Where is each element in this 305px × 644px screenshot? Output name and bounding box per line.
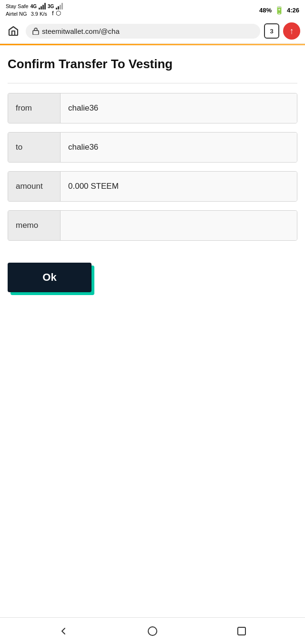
network-3g: 3G (48, 3, 54, 10)
time-display: 4:26 (287, 7, 299, 14)
back-button[interactable] (57, 624, 70, 638)
browser-bar: steemitwallet.com/@cha 3 ↑ (0, 20, 305, 44)
facebook-icon: f (52, 10, 54, 18)
from-label: from (8, 93, 61, 123)
amount-label: amount (8, 172, 61, 201)
to-label: to (8, 133, 61, 162)
tab-count-badge[interactable]: 3 (264, 23, 279, 39)
from-row: from chalie36 (8, 93, 297, 123)
bottom-nav (0, 617, 305, 644)
signal-icon-2 (56, 3, 63, 10)
home-nav-button[interactable] (146, 624, 159, 638)
memo-value (61, 211, 297, 240)
url-text: steemitwallet.com/@cha (42, 27, 120, 35)
status-bar: Stay Safe 4G 3G Airtel NG 3.9 K/s f (0, 0, 305, 20)
ok-button-wrapper: Ok (8, 263, 92, 292)
from-value: chalie36 (61, 93, 297, 123)
signal-icon-1 (39, 3, 46, 10)
lock-icon (32, 27, 39, 35)
upload-button[interactable]: ↑ (283, 22, 300, 40)
amount-value: 0.000 STEEM (61, 172, 297, 201)
amount-row: amount 0.000 STEEM (8, 171, 297, 202)
status-right: 48% 🔋 4:26 (259, 6, 299, 15)
status-left: Stay Safe 4G 3G Airtel NG 3.9 K/s f (6, 3, 63, 18)
svg-rect-2 (238, 627, 245, 635)
upload-icon: ↑ (290, 27, 294, 35)
carrier-network: Airtel NG (6, 10, 27, 17)
to-row: to chalie36 (8, 132, 297, 163)
page-content: Confirm Transfer To Vesting from chalie3… (0, 45, 305, 617)
svg-point-1 (148, 627, 157, 635)
svg-rect-0 (33, 31, 39, 35)
page-title: Confirm Transfer To Vesting (8, 57, 297, 72)
memo-label: memo (8, 211, 61, 240)
ok-button[interactable]: Ok (8, 263, 92, 292)
messenger-icon: ⬡ (56, 10, 61, 18)
network-speed: 3.9 K/s (31, 10, 47, 17)
carrier-name: Stay Safe (6, 3, 29, 10)
address-bar[interactable]: steemitwallet.com/@cha (26, 24, 260, 39)
memo-row: memo (8, 210, 297, 241)
to-value: chalie36 (61, 133, 297, 162)
recent-apps-button[interactable] (235, 624, 248, 638)
network-4g: 4G (30, 3, 37, 10)
battery-icon: 🔋 (274, 6, 284, 15)
title-divider (8, 83, 297, 83)
home-button[interactable] (5, 22, 22, 40)
battery-percent: 48% (259, 7, 272, 14)
